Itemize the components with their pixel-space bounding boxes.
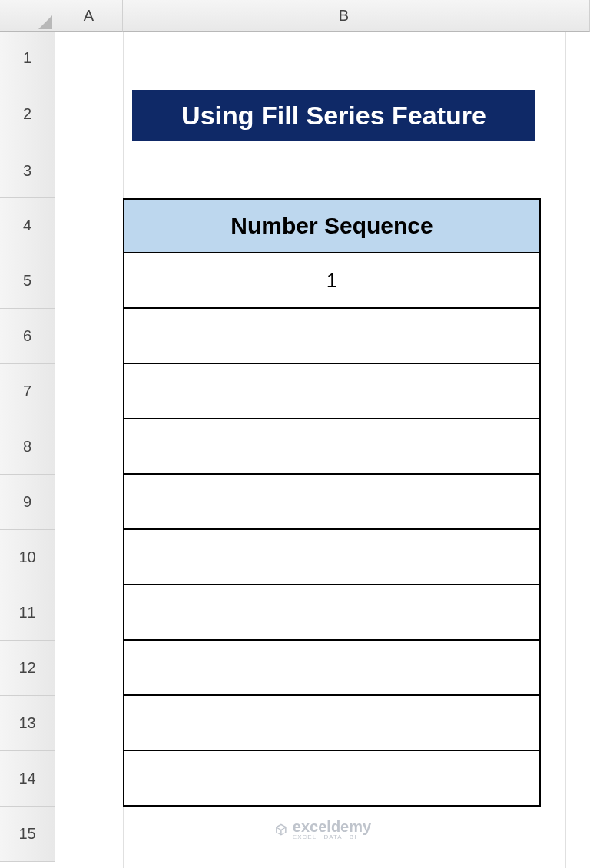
cells-area[interactable]: Using Fill Series Feature Number Sequenc… — [55, 32, 590, 868]
row-header-8[interactable]: 8 — [0, 419, 55, 475]
table-row[interactable] — [123, 751, 541, 807]
table-header-cell[interactable]: Number Sequence — [123, 198, 541, 253]
row-header-10[interactable]: 10 — [0, 530, 55, 585]
table-row[interactable] — [123, 585, 541, 641]
title-cell[interactable]: Using Fill Series Feature — [132, 90, 535, 141]
watermark-tagline: EXCEL · DATA · BI — [293, 834, 371, 840]
table-row[interactable] — [123, 364, 541, 419]
select-all-corner[interactable] — [0, 0, 55, 32]
row-header-13[interactable]: 13 — [0, 696, 55, 751]
row-header-12[interactable]: 12 — [0, 641, 55, 696]
row-header-14[interactable]: 14 — [0, 751, 55, 807]
gridline-vertical — [565, 32, 566, 868]
column-header-b[interactable]: B — [123, 0, 565, 32]
row-header-15[interactable]: 15 — [0, 807, 55, 862]
row-header-7[interactable]: 7 — [0, 364, 55, 419]
row-header-9[interactable]: 9 — [0, 475, 55, 530]
column-headers-row: A B — [0, 0, 590, 32]
row-header-5[interactable]: 5 — [0, 253, 55, 309]
spreadsheet-grid: A B 1 2 3 4 5 6 7 8 9 10 11 12 13 14 15 … — [0, 0, 590, 868]
column-header-c-partial[interactable] — [565, 0, 590, 32]
table-row[interactable] — [123, 530, 541, 585]
watermark: exceldemy EXCEL · DATA · BI — [274, 819, 371, 840]
table-row[interactable] — [123, 419, 541, 475]
row-headers-column: 1 2 3 4 5 6 7 8 9 10 11 12 13 14 15 — [0, 32, 55, 868]
row-header-11[interactable]: 11 — [0, 585, 55, 641]
watermark-brand: exceldemy — [293, 819, 371, 834]
table-row[interactable] — [123, 475, 541, 530]
data-table: Number Sequence 1 — [123, 198, 541, 807]
cube-icon — [274, 823, 288, 837]
table-row[interactable]: 1 — [123, 253, 541, 309]
table-row[interactable] — [123, 309, 541, 364]
column-header-a[interactable]: A — [55, 0, 123, 32]
table-row[interactable] — [123, 641, 541, 696]
row-header-2[interactable]: 2 — [0, 84, 55, 144]
row-header-6[interactable]: 6 — [0, 309, 55, 364]
row-header-4[interactable]: 4 — [0, 198, 55, 253]
table-row[interactable] — [123, 696, 541, 751]
row-header-3[interactable]: 3 — [0, 144, 55, 198]
row-header-1[interactable]: 1 — [0, 32, 55, 84]
